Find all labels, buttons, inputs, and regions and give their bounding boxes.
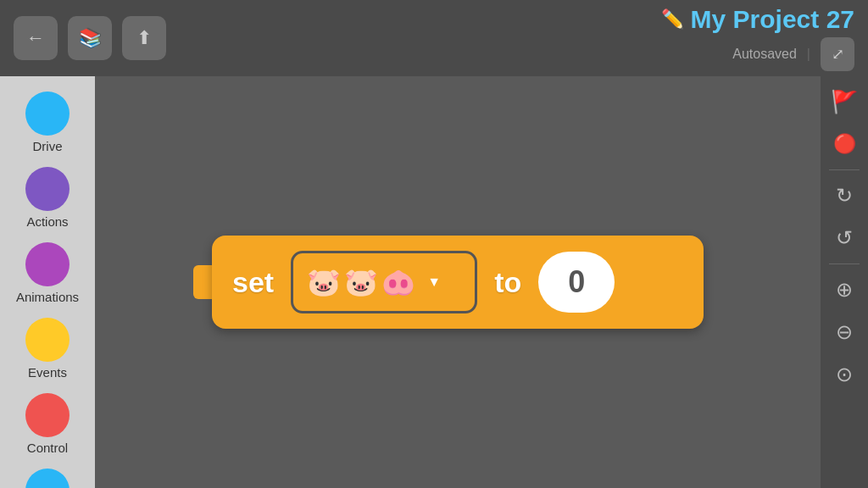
actions-circle [25,167,70,211]
back-icon: ← [26,27,45,49]
library-icon: 📚 [79,27,102,49]
project-title: My Project 27 [691,5,854,34]
top-bar-right: ✏️ My Project 27 Autosaved | ⤢ [661,5,854,71]
emoji-1: 🐷 [307,266,341,298]
green-flag-button[interactable]: 🚩 [826,83,863,120]
export-button-top[interactable]: ⬆ [122,16,166,60]
sidebar-item-control[interactable]: Control [0,388,95,460]
redo-icon: ↻ [836,184,853,208]
red-stop-icon: 🔴 [833,133,856,155]
value-display: 0 [568,264,585,300]
export-icon-top: ⬆ [136,27,152,49]
zoom-out-button[interactable]: ⊖ [826,313,863,351]
dropdown-arrow-icon: ▼ [427,274,441,290]
sidebar-item-animations[interactable]: Animations [0,237,95,309]
sidebar-item-events[interactable]: Events [0,313,95,385]
sidebar-item-actions[interactable]: Actions [0,162,95,234]
undo-icon: ↺ [836,226,853,250]
block-notch [193,265,214,299]
top-bar: ← 📚 ⬆ ✏️ My Project 27 Autosaved | ⤢ [0,0,868,76]
sidebar-label-control: Control [27,441,68,455]
emoji-2: 🐷 [344,266,378,298]
block-container[interactable]: set 🐷 🐷 🐽 ▼ to 0 [212,236,704,329]
redo-button[interactable]: ↻ [826,177,863,214]
sidebar: Drive Actions Animations Events Control … [0,76,95,488]
right-toolbar: 🚩 🔴 ↻ ↺ ⊕ ⊖ ⊙ [821,76,868,488]
block-value[interactable]: 0 [538,252,615,313]
autosaved-label: Autosaved [732,47,797,62]
toolbar-divider-2 [829,263,860,264]
sensors-circle [25,469,70,488]
zoom-reset-icon: ⊙ [836,363,853,386]
export-icon-right: ⤢ [832,45,844,64]
variable-dropdown[interactable]: 🐷 🐷 🐽 ▼ [291,251,477,313]
green-flag-icon: 🚩 [831,89,858,115]
autosaved-row: Autosaved | ⤢ [732,37,854,71]
red-stop-button[interactable]: 🔴 [826,125,863,163]
export-button-right[interactable]: ⤢ [821,37,854,71]
sidebar-label-actions: Actions [26,214,68,229]
pencil-icon: ✏️ [661,8,684,30]
main-layout: Drive Actions Animations Events Control … [0,76,868,488]
zoom-in-icon: ⊕ [836,278,853,302]
sidebar-label-animations: Animations [16,290,79,304]
zoom-out-icon: ⊖ [836,320,853,344]
sidebar-label-events: Events [28,365,67,380]
animations-circle [25,242,70,286]
to-label: to [494,266,521,299]
zoom-reset-button[interactable]: ⊙ [826,356,863,393]
emoji-3: 🐽 [381,266,415,298]
toolbar-divider-1 [829,169,860,170]
sidebar-item-drive[interactable]: Drive [0,86,95,158]
sidebar-item-sensors[interactable]: Sensors [0,463,95,488]
project-title-row: ✏️ My Project 27 [661,5,854,34]
set-label: set [232,266,274,299]
drive-circle [25,92,70,136]
sidebar-label-drive: Drive [32,139,62,153]
events-circle [25,318,70,362]
zoom-in-button[interactable]: ⊕ [826,271,863,308]
back-button[interactable]: ← [14,16,58,60]
top-bar-left: ← 📚 ⬆ [14,16,166,60]
canvas-area: set 🐷 🐷 🐽 ▼ to 0 [95,76,821,488]
emoji-row: 🐷 🐷 🐽 [307,266,415,298]
set-block: set 🐷 🐷 🐽 ▼ to 0 [212,236,704,329]
undo-button[interactable]: ↺ [826,219,863,257]
control-circle [25,393,70,437]
library-button[interactable]: 📚 [68,16,112,60]
